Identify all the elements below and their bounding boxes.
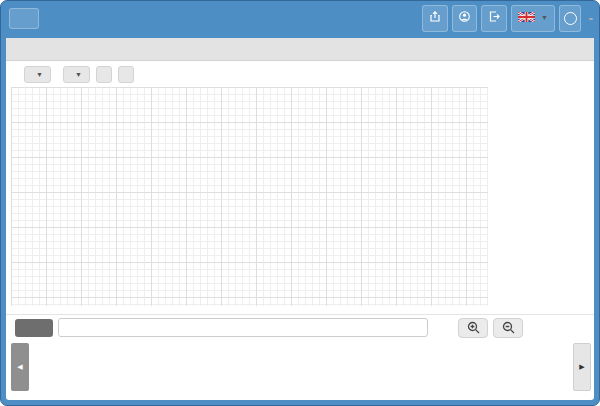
speed-dropdown[interactable]: ▼ [24, 66, 51, 83]
ecg-toolbar: ▼ ▼ [6, 61, 594, 87]
admit-patient-button[interactable] [452, 5, 477, 32]
tab-bar [6, 38, 594, 61]
trends-button[interactable] [15, 319, 53, 337]
content-area: ▼ ▼ ◀ ▶ [6, 38, 594, 400]
scroll-left-button[interactable]: ◀ [11, 343, 29, 391]
person-icon [459, 11, 470, 25]
app-window: ▼ ▼ ▼ ◀ [0, 0, 600, 406]
trend-parameter-input[interactable] [58, 318, 428, 337]
chevron-down-icon: ▼ [75, 71, 82, 78]
clear-button[interactable] [96, 66, 112, 83]
help-icon [564, 12, 577, 25]
magnifier-minus-icon [502, 321, 515, 334]
right-arrow-icon: ▶ [579, 363, 584, 371]
logout-button[interactable] [481, 5, 507, 32]
logout-icon [488, 11, 500, 25]
chevron-down-icon: ▼ [541, 14, 548, 22]
ecg-grid [11, 87, 488, 306]
back-button[interactable] [9, 8, 39, 29]
left-arrow-icon: ◀ [17, 363, 22, 371]
header-bar: ▼ [1, 1, 599, 38]
brand-logo [589, 17, 593, 20]
export-pdf-button[interactable] [422, 5, 448, 32]
language-selector[interactable]: ▼ [511, 5, 555, 32]
classic-button[interactable] [118, 66, 134, 83]
help-button[interactable] [559, 5, 581, 32]
trend-chart: ◀ ▶ [6, 341, 594, 400]
zoom-in-button[interactable] [458, 318, 488, 338]
zoom-out-button[interactable] [493, 318, 523, 338]
brand-tagline [589, 18, 593, 20]
chevron-down-icon: ▼ [36, 71, 43, 78]
export-icon [429, 11, 441, 25]
trend-chart-canvas [6, 341, 594, 400]
scroll-right-button[interactable]: ▶ [573, 343, 591, 391]
magnifier-plus-icon [467, 321, 480, 334]
amplitude-dropdown[interactable]: ▼ [63, 66, 90, 83]
uk-flag-icon [518, 12, 535, 24]
snapshot-list [494, 87, 586, 306]
trends-bar [6, 314, 594, 340]
